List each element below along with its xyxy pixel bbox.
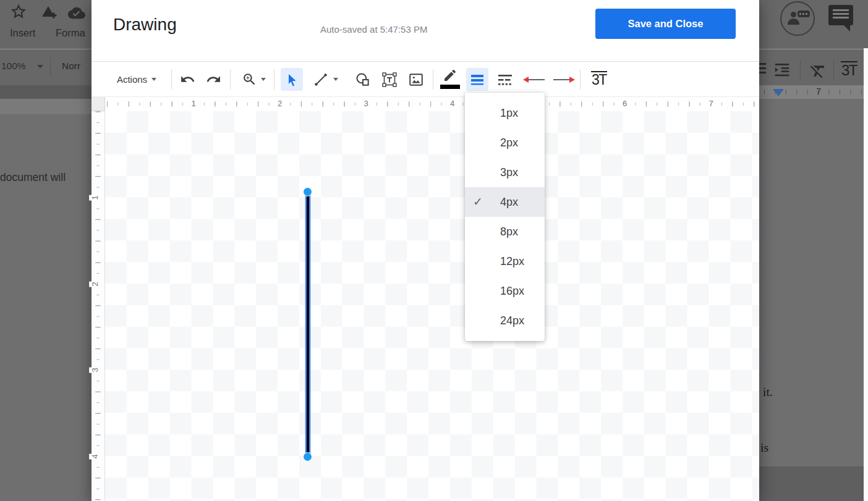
menu-item-3px[interactable]: 3px — [465, 158, 545, 187]
toolbar-divider — [759, 49, 868, 49]
text-tool-icon: 3T — [841, 61, 857, 78]
text-box-icon — [381, 72, 398, 88]
toolbar-separator — [171, 69, 172, 90]
menu-item-24px[interactable]: 24px — [465, 306, 545, 335]
line-end-button[interactable] — [550, 68, 577, 91]
actions-label: Actions — [117, 74, 147, 85]
chevron-down-icon — [151, 78, 156, 81]
line-tool-button[interactable] — [309, 68, 343, 91]
actions-menu-button[interactable]: Actions — [110, 68, 163, 91]
document-text-fragment: document will — [0, 171, 66, 184]
docs-page-right — [759, 99, 864, 466]
current-color-swatch — [440, 85, 460, 89]
vertical-ruler: 1 2 3 4 — [91, 111, 105, 501]
horizontal-ruler: 1 2 3 4 5 6 7 — [105, 97, 759, 111]
chevron-down-icon — [333, 78, 338, 81]
document-text-fragment: it. — [763, 385, 773, 399]
cloud-saved-icon — [68, 4, 85, 22]
comments-icon — [828, 5, 853, 25]
screen: Insert Forma 100% Norr document will 3T … — [0, 0, 868, 501]
drawing-canvas[interactable] — [105, 111, 759, 501]
undo-icon — [180, 72, 195, 87]
ruler-label: 3 — [89, 367, 101, 373]
line-start-button[interactable] — [521, 68, 548, 91]
docs-background-left: Insert Forma 100% Norr document will — [0, 0, 91, 501]
toolbar-divider — [0, 49, 91, 49]
autosave-status: Auto-saved at 5:47:53 PM — [320, 24, 427, 35]
select-tool-button[interactable] — [281, 68, 303, 91]
ruler-corner — [91, 97, 105, 111]
zoom-level-value: 100% — [1, 61, 26, 72]
indent-increase-icon — [772, 61, 793, 79]
menu-item-16px[interactable]: 16px — [465, 276, 545, 306]
clear-formatting-icon — [809, 62, 827, 80]
line-endpoint-handle-top[interactable] — [304, 188, 312, 196]
drawing-dialog: Drawing Auto-saved at 5:47:53 PM Save an… — [91, 0, 759, 501]
ruler-label: 6 — [621, 99, 629, 108]
arrow-end-icon — [552, 75, 576, 84]
arrow-start-icon — [522, 75, 546, 84]
chevron-down-icon — [261, 78, 266, 81]
text-tool-button[interactable]: 3T — [586, 68, 612, 91]
line-endpoint-handle-bottom[interactable] — [304, 453, 312, 461]
toolbar-separator — [50, 57, 51, 77]
zoom-dropdown-caret — [37, 65, 43, 69]
scrollbar-track[interactable] — [864, 48, 868, 501]
line-weight-button[interactable] — [466, 68, 488, 91]
ruler-label: 7 — [707, 99, 715, 108]
menu-item-12px[interactable]: 12px — [465, 246, 545, 276]
indent-marker-icon — [773, 89, 784, 96]
toolbar-separator — [580, 69, 581, 90]
ruler-label: 3 — [362, 99, 370, 108]
drawn-line[interactable] — [305, 192, 310, 457]
redo-icon — [206, 72, 221, 87]
star-icon — [10, 3, 27, 20]
paragraph-style-value: Norr — [62, 61, 80, 72]
text-tool-icon: 3T — [591, 71, 607, 87]
toolbar-separator — [833, 59, 834, 80]
drawing-toolbar: Actions — [91, 62, 759, 97]
menu-item-4px[interactable]: ✓ 4px — [465, 187, 545, 217]
menu-insert: Insert — [10, 27, 35, 39]
undo-button[interactable] — [176, 68, 199, 91]
docs-ruler-margin-band — [0, 85, 91, 99]
menu-item-2px[interactable]: 2px — [465, 128, 545, 158]
line-dash-button[interactable] — [493, 68, 517, 91]
menu-item-1px[interactable]: 1px — [465, 98, 545, 128]
ruler-label: 1 — [189, 99, 197, 108]
line-icon — [313, 72, 328, 87]
redo-button[interactable] — [202, 68, 225, 91]
ruler-label-7: 7 — [816, 86, 821, 96]
image-icon — [408, 72, 424, 88]
document-text-fragment: is — [760, 441, 768, 455]
zoom-button[interactable] — [236, 68, 271, 91]
docs-background-right: 3T 7 it. is — [759, 0, 868, 501]
image-tool-button[interactable] — [404, 68, 428, 91]
save-and-close-button[interactable]: Save and Close — [595, 9, 736, 39]
ruler-label: 2 — [276, 99, 284, 108]
line-dash-icon — [498, 72, 513, 87]
check-icon: ✓ — [473, 187, 483, 217]
toolbar-separator — [274, 69, 274, 90]
line-weight-menu: 1px 2px 3px ✓ 4px 8px 12px 16px 24px — [465, 93, 545, 341]
ruler-label: 1 — [89, 195, 101, 200]
dialog-header: Drawing Auto-saved at 5:47:53 PM Save an… — [91, 0, 759, 62]
page-bottom-gap — [759, 466, 864, 501]
drive-shortcut-icon — [40, 4, 57, 21]
menu-item-8px[interactable]: 8px — [465, 217, 545, 246]
ruler-label: 2 — [89, 281, 101, 287]
line-color-button[interactable] — [438, 68, 462, 91]
text-box-tool-button[interactable] — [378, 68, 401, 91]
menu-format: Forma — [56, 27, 85, 39]
pencil-icon — [443, 70, 457, 85]
zoom-in-icon — [242, 72, 257, 87]
share-presence-icon — [780, 1, 815, 36]
shape-tool-button[interactable] — [351, 68, 375, 91]
ruler-label: 4 — [448, 99, 456, 108]
toolbar-separator — [230, 69, 231, 90]
dialog-title: Drawing — [113, 15, 177, 35]
shape-icon — [355, 72, 371, 88]
select-cursor-icon — [284, 72, 299, 87]
docs-ruler-band — [0, 99, 91, 114]
toolbar-separator — [800, 59, 801, 80]
